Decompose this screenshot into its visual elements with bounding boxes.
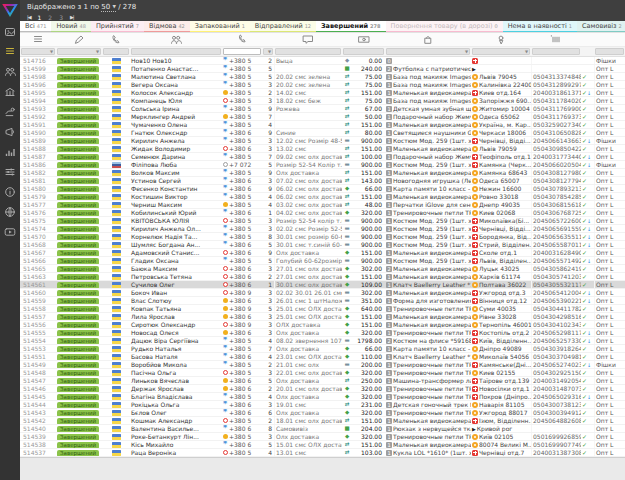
table-row[interactable]: 514589ЗавершенийКирилич Анжела*+380 5312… bbox=[20, 137, 625, 145]
filter-input[interactable] bbox=[223, 48, 261, 55]
table-row[interactable]: 514577ЗавершенийЧерниш Максим+380 5403.0… bbox=[20, 201, 625, 209]
filter-box[interactable]: ▼ bbox=[263, 48, 273, 55]
table-row[interactable]: 514563ЗавершенийПетровська Тетяна+380 62… bbox=[20, 273, 625, 281]
column-header-comment-icon[interactable] bbox=[274, 33, 342, 46]
sidebar-item-megaphone-icon[interactable] bbox=[4, 126, 16, 138]
table-row[interactable]: 514581ЗавершенийУстинов Сергей*+380 6307… bbox=[20, 177, 625, 185]
tab-return[interactable]: Повернення товару (в дорозі)0 bbox=[386, 21, 503, 33]
novaposhta-icon bbox=[472, 250, 478, 256]
table-row[interactable]: 514587ЗавершенийСеменюк Дарина*+380 5709… bbox=[20, 153, 625, 161]
sidebar-item-customers-icon[interactable] bbox=[4, 66, 16, 78]
table-row[interactable]: 514580ЗавершенийФесенко Константин*+380 … bbox=[20, 185, 625, 193]
column-header-address-icon[interactable] bbox=[471, 33, 531, 46]
table-row[interactable]: 514570ЗавершенийКорнелюк Надія Та...*+38… bbox=[20, 233, 625, 241]
table-row[interactable]: 514548ЗавершенийПасічна Ольга+380 5322.0… bbox=[20, 369, 625, 377]
table-row[interactable]: 514547ЗавершенийЛиньков Вячеслав+380 65О… bbox=[20, 377, 625, 385]
filter-box[interactable]: ▼ bbox=[386, 48, 470, 55]
filter-box[interactable]: ▼ bbox=[57, 48, 101, 55]
tab-pickup[interactable]: Самовивіз2 bbox=[577, 21, 625, 33]
ukrposhta-icon bbox=[472, 274, 478, 280]
filter-box[interactable] bbox=[131, 48, 221, 55]
table-row[interactable]: 514598ЗавершенийМалютина Светлана*+380 5… bbox=[20, 73, 625, 81]
tab-accepted[interactable]: Прийнятий7 bbox=[91, 21, 144, 33]
table-row[interactable]: 514586ЗавершенийФіліпова Люба+7 0725Розм… bbox=[20, 161, 625, 169]
sidebar-item-globe-icon[interactable] bbox=[4, 206, 16, 218]
table-filter-row: ▼▼▼▼▼ bbox=[20, 47, 625, 57]
table-row[interactable]: 514595ЗавершенийКолосок Александр+380 52… bbox=[20, 89, 625, 97]
table-row[interactable]: 514542ЗавершенийКошмак Александр+380 521… bbox=[20, 417, 625, 425]
column-header-customers-icon[interactable] bbox=[130, 33, 222, 46]
status-badge: Завершений bbox=[57, 434, 99, 440]
table-row[interactable]: 514716ЗавершенийНов10 Нов10*+380 52Выца◆… bbox=[20, 57, 625, 65]
table-row[interactable]: 514593ЗавершенийСольська Ірина*+380 59Ро… bbox=[20, 105, 625, 113]
filter-box[interactable] bbox=[275, 48, 341, 55]
table-row[interactable]: 514537ЗавершенийРаца Вероніка+380 5413.0… bbox=[20, 449, 625, 457]
phone-number: +380 6 bbox=[229, 241, 251, 248]
column-header-status-icon[interactable] bbox=[56, 33, 102, 46]
table-row[interactable]: 514551ЗавершенийБасова Наталя*+380 6423.… bbox=[20, 353, 625, 361]
table-row[interactable]: 514591ЗавершенийЧумаченко Олена*+380 54⇄… bbox=[20, 121, 625, 129]
filter-box[interactable] bbox=[343, 48, 384, 55]
table-row[interactable]: 514545ЗавершенийБлагіна Владіслава*+380 … bbox=[20, 393, 625, 401]
page-size-dropdown[interactable]: 50 ▼ bbox=[101, 3, 116, 12]
table-row[interactable]: 514576ЗавершенийКобилинський Юрий*+380 6… bbox=[20, 209, 625, 217]
status-badge: Завершений bbox=[57, 274, 99, 280]
table-row[interactable]: 514588ЗавершенийЖидак Володимир+380 6313… bbox=[20, 145, 625, 153]
table-row[interactable]: 514559ЗавершенийВлас Слотюу+380 6326.01 … bbox=[20, 297, 625, 305]
table-row[interactable]: 514557ЗавершенийЛила Ярослав+380 6325.01… bbox=[20, 313, 625, 321]
table-row[interactable]: 514592ЗавершенийМерклингер Андрей+380 57… bbox=[20, 113, 625, 121]
table-row[interactable]: 514561ЗавершенийСучилов Олег+380 6130.01… bbox=[20, 281, 625, 289]
table-row[interactable]: 514579ЗавершенийКостишин Виктор*+380 540… bbox=[20, 193, 625, 201]
table-row[interactable]: 514554ЗавершенийДацюк Віра Сергіївна*+38… bbox=[20, 337, 625, 345]
sidebar-item-orders-icon[interactable] bbox=[4, 46, 16, 58]
table-row[interactable]: 514599ЗавершенийПотапенко Анастас...*+38… bbox=[20, 65, 625, 73]
filter-box[interactable] bbox=[532, 48, 580, 55]
tab-declined[interactable]: Відмова42 bbox=[144, 21, 190, 33]
table-row[interactable]: 514558ЗавершенийКовпак Татьяна+380 9525.… bbox=[20, 305, 625, 313]
column-header-phone-icon[interactable] bbox=[222, 33, 262, 46]
sidebar-item-sliders-icon[interactable] bbox=[4, 166, 16, 178]
sidebar-item-info-icon[interactable] bbox=[4, 186, 16, 198]
table-row[interactable]: 514538ЗавершенийКісь Михайло*+380 6515.0… bbox=[20, 441, 625, 449]
tab-shipped[interactable]: Відправлений12 bbox=[250, 21, 316, 33]
column-header-orders-icon[interactable] bbox=[20, 33, 56, 46]
sidebar-item-bank-icon[interactable] bbox=[4, 86, 16, 98]
table-row[interactable]: 514549ЗавершенийВоробйов Микола*+380 522… bbox=[20, 361, 625, 369]
table-row[interactable]: 514575ЗавершенийКВІТОВСЬКА ЮЛІЯ+380 53Ро… bbox=[20, 217, 625, 225]
table-row[interactable]: 514544ЗавершенийРокіцька Ольга*+380 6319… bbox=[20, 401, 625, 409]
filter-box[interactable] bbox=[595, 48, 624, 55]
filter-box[interactable]: ▼ bbox=[472, 48, 530, 55]
table-row[interactable]: 514567ЗавершенийАдамовский Станис...+380… bbox=[20, 249, 625, 257]
table-row[interactable]: 514596ЗавершенийВегера Оксана*+380 5320.… bbox=[20, 81, 625, 89]
tab-out-of-stock[interactable]: Нема в наявності1 bbox=[503, 21, 577, 33]
sidebar-item-image-icon[interactable] bbox=[4, 26, 16, 38]
column-header-call-icon[interactable] bbox=[102, 33, 130, 46]
table-row[interactable]: 514543ЗавершенийБєлов Олег*+380 66Олх до… bbox=[20, 409, 625, 417]
table-row[interactable]: 514555ЗавершенийНовосад Олеся+380 63Олх … bbox=[20, 329, 625, 337]
sidebar-item-chart-icon[interactable] bbox=[4, 146, 16, 158]
table-row[interactable]: 514574ЗавершенийКирилич Анжела Ол...*+38… bbox=[20, 225, 625, 233]
filter-box[interactable] bbox=[103, 48, 129, 55]
table-row[interactable]: 514566ЗавершенийГладик Оксана*+380 55Гол… bbox=[20, 257, 625, 265]
column-header-product-icon[interactable] bbox=[385, 33, 471, 46]
filter-box[interactable]: ▼ bbox=[21, 48, 55, 55]
tab-completed[interactable]: Завершений278 bbox=[316, 21, 386, 33]
column-header-tracking-icon[interactable] bbox=[531, 33, 581, 46]
table-row[interactable]: 514540ЗавершенийВалентина Василье...*+38… bbox=[20, 425, 625, 433]
tab-new[interactable]: Новий48 bbox=[51, 21, 91, 33]
tab-all[interactable]: Всі471 bbox=[20, 21, 51, 33]
table-row[interactable]: 514560ЗавершенийБокоч Иван+380 9302.02 3… bbox=[20, 289, 625, 297]
tab-packed[interactable]: Запакований1 bbox=[190, 21, 250, 33]
column-header-payment-icon[interactable] bbox=[342, 33, 385, 46]
table-row[interactable]: 514546ЗавершенийДержак Ярослав+380 6220.… bbox=[20, 385, 625, 393]
table-row[interactable]: 514582ЗавершенийВолков Максим*+380 59Олх… bbox=[20, 169, 625, 177]
table-row[interactable]: 514590ЗавершенийГнатюк Олексндр*+380 69С… bbox=[20, 129, 625, 137]
sidebar-item-video-icon[interactable] bbox=[4, 226, 16, 238]
table-row[interactable]: 514594ЗавершенийКомпанець Юля+380 5318.0… bbox=[20, 97, 625, 105]
table-row[interactable]: 514556ЗавершенийСиротюк Олександр+380 93… bbox=[20, 321, 625, 329]
table-row[interactable]: 514565ЗавершенийБаюка Максим+380 6327.01… bbox=[20, 265, 625, 273]
table-row[interactable]: 514568ЗавершенийШумляс Богдана Ан...*+38… bbox=[20, 241, 625, 249]
table-row[interactable]: 514553ЗавершенийРудько Наталья*+380 57Ол… bbox=[20, 345, 625, 353]
sidebar-item-hand-icon[interactable] bbox=[4, 106, 16, 118]
table-row[interactable]: 514539ЗавершенийРоке-Бетанкурт Лін...+38… bbox=[20, 433, 625, 441]
